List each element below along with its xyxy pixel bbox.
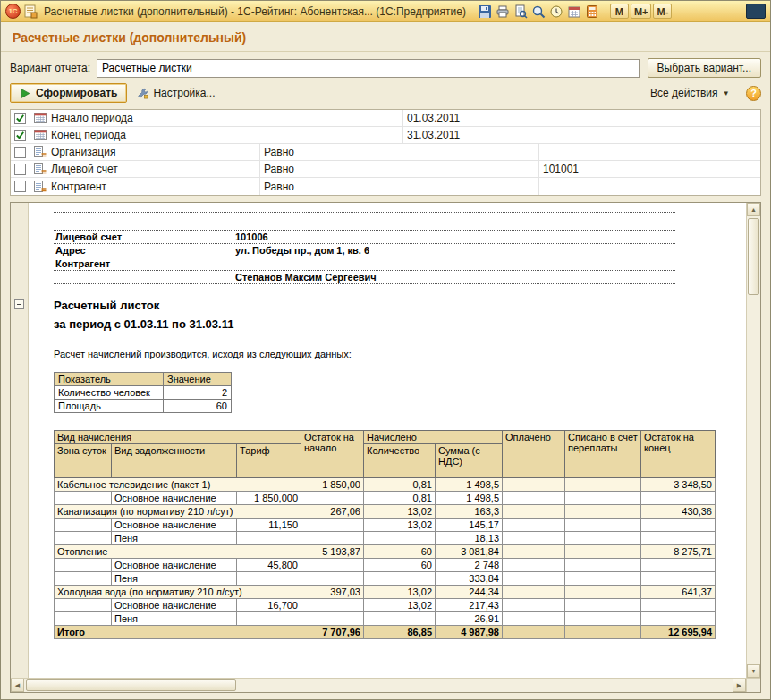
cell-opening: 7 707,96 xyxy=(301,626,364,639)
cell-paid xyxy=(503,545,565,559)
cell-writeoff xyxy=(565,532,641,545)
scroll-right-button[interactable]: ▶ xyxy=(733,679,746,692)
charges-row-category: Холодная вода (по нормативу 210 л/сут)39… xyxy=(55,586,716,599)
cell-opening: 397,03 xyxy=(301,586,364,599)
report-variant-input[interactable] xyxy=(97,59,640,78)
cell-opening: 267,06 xyxy=(301,505,364,519)
cell-writeoff xyxy=(565,586,641,599)
memory-m-button[interactable]: М xyxy=(610,4,629,19)
filter-value[interactable] xyxy=(539,178,760,195)
cell-closing: 8 275,71 xyxy=(641,545,716,559)
window-controls-button[interactable] xyxy=(746,4,766,19)
scroll-up-button[interactable]: ▲ xyxy=(747,203,760,216)
cell-debt-type: Пеня xyxy=(112,532,237,545)
print-preview-icon[interactable] xyxy=(513,4,529,19)
scroll-left-button[interactable]: ◀ xyxy=(11,679,24,692)
params-header-row: Показатель Значение xyxy=(55,373,232,386)
vertical-scrollbar[interactable]: ▲ ▼ xyxy=(746,203,760,678)
filter-checkbox[interactable] xyxy=(14,164,26,175)
generate-button[interactable]: Сформировать xyxy=(10,83,127,103)
cell-sum: 333,84 xyxy=(436,572,503,586)
find-icon[interactable] xyxy=(531,4,546,19)
cell-debt-type: Пеня xyxy=(112,612,237,626)
charges-table-body: Кабельное телевидение (пакет 1)1 850,000… xyxy=(55,478,716,639)
horizontal-scroll-thumb[interactable] xyxy=(26,679,236,691)
group-margin xyxy=(11,203,29,678)
col-header-accrued: Начислено xyxy=(364,431,503,444)
filter-condition[interactable]: Равно xyxy=(260,178,539,195)
charges-row-sub: Пеня18,13 xyxy=(55,532,716,545)
filter-checkbox[interactable] xyxy=(14,147,26,158)
cell-writeoff xyxy=(565,478,641,492)
charges-row-sub: Основное начисление11,15013,02145,17 xyxy=(55,519,716,532)
info-row-address: Адрес ул. Победы пр., дом 1, кв. 6 xyxy=(54,244,675,257)
save-icon[interactable] xyxy=(478,4,493,19)
memory-m-plus-button[interactable]: М+ xyxy=(631,4,652,19)
cell-charge-name: Кабельное телевидение (пакет 1) xyxy=(55,478,301,492)
cell-debt-type: Основное начисление xyxy=(112,492,237,505)
page-header: Расчетные листки (дополнительный) xyxy=(1,22,770,52)
filter-condition[interactable]: Равно xyxy=(260,161,539,177)
settings-button[interactable]: Настройка... xyxy=(127,83,225,103)
filter-value[interactable]: 101001 xyxy=(539,161,760,177)
cell-zone xyxy=(55,519,112,532)
print-icon[interactable] xyxy=(496,4,511,19)
filter-field-label[interactable]: Организация xyxy=(30,144,260,160)
filter-checkbox-cell xyxy=(11,161,30,177)
scroll-down-button[interactable]: ▼ xyxy=(747,664,760,678)
calculator-icon[interactable] xyxy=(585,4,600,19)
cell-opening xyxy=(301,559,364,572)
charges-row-sub: Пеня333,84 xyxy=(55,572,716,586)
memory-m-minus-button[interactable]: М- xyxy=(653,4,672,19)
filter-checkbox[interactable] xyxy=(14,181,26,192)
cell-writeoff xyxy=(565,559,641,572)
filter-value[interactable]: 31.03.2011 xyxy=(403,127,760,143)
report-title: Расчетный листок xyxy=(54,296,746,315)
cell-quantity: 60 xyxy=(364,545,436,559)
choose-variant-button[interactable]: Выбрать вариант... xyxy=(648,58,761,78)
horizontal-scrollbar[interactable]: ◀ ▶ xyxy=(11,678,746,692)
filter-field-label[interactable]: Конец периода xyxy=(30,127,403,143)
window-title: Расчетные листки (дополнительный) - 1С-Р… xyxy=(44,5,466,18)
charges-row-total: Итого7 707,9686,854 987,9812 695,94 xyxy=(55,626,716,639)
filter-value[interactable]: 01.03.2011 xyxy=(403,110,760,126)
cell-paid xyxy=(503,572,565,586)
cell-tariff: 11,150 xyxy=(237,519,301,532)
help-button[interactable]: ? xyxy=(746,86,761,101)
cell-quantity: 13,02 xyxy=(364,599,436,612)
cell-sum: 145,17 xyxy=(436,519,503,532)
filter-checkbox[interactable] xyxy=(14,130,26,141)
variant-row: Вариант отчета: Выбрать вариант... xyxy=(10,58,761,78)
cell-charge-name: Холодная вода (по нормативу 210 л/сут) xyxy=(55,586,301,599)
cell-writeoff xyxy=(565,572,641,586)
filter-label-text: Начало периода xyxy=(51,112,133,124)
col-header-sum: Сумма (с НДС) xyxy=(436,444,503,478)
cell-zone xyxy=(55,492,112,505)
cell-sum: 163,3 xyxy=(436,505,503,519)
history-icon[interactable] xyxy=(549,4,564,19)
cell-sum: 244,34 xyxy=(436,586,503,599)
group-collapse-button[interactable] xyxy=(14,299,24,309)
info-row-contractor: Контрагент xyxy=(54,257,675,271)
cell-closing xyxy=(641,532,716,545)
filter-field-label[interactable]: Контрагент xyxy=(30,178,260,195)
col-header-closing: Остаток на конец xyxy=(641,431,716,478)
filter-checkbox[interactable] xyxy=(14,113,26,124)
report-panel: Лицевой счет 101006 Адрес ул. Победы пр.… xyxy=(10,202,761,693)
vertical-scroll-thumb[interactable] xyxy=(748,218,759,295)
filter-label-text: Конец периода xyxy=(51,129,126,141)
cell-quantity: 13,02 xyxy=(364,519,436,532)
cell-debt-type: Основное начисление xyxy=(112,599,237,612)
all-actions-button[interactable]: Все действия ▾ xyxy=(640,83,738,103)
calendar-icon[interactable] xyxy=(567,4,582,19)
cell-paid xyxy=(503,478,565,492)
filter-field-label[interactable]: Лицевой счет xyxy=(30,161,260,177)
filter-field-label[interactable]: Начало периода xyxy=(30,110,403,126)
filter-condition[interactable]: Равно xyxy=(260,144,539,160)
charges-row-sub: Основное начисление45,800602 748 xyxy=(55,559,716,572)
filter-label-text: Лицевой счет xyxy=(51,163,118,175)
filter-value[interactable] xyxy=(539,144,760,160)
cell-zone xyxy=(55,559,112,572)
params-table: Показатель Значение Количество человек 2… xyxy=(54,372,232,413)
cell-closing: 3 348,50 xyxy=(641,478,716,492)
